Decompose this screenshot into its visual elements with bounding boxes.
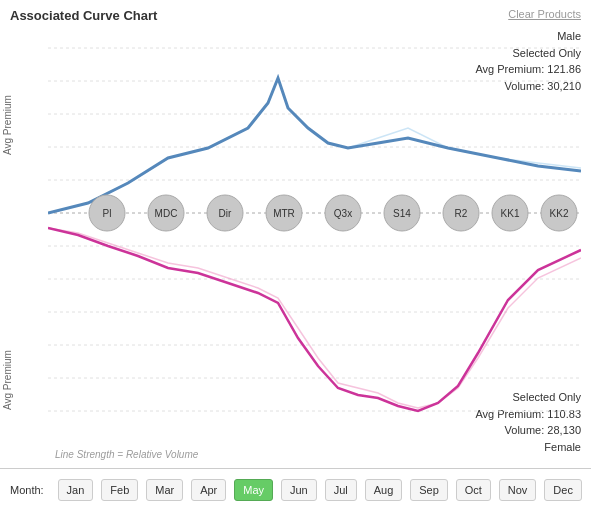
month-feb[interactable]: Feb: [101, 479, 138, 501]
svg-text:KK1: KK1: [501, 208, 520, 219]
month-sep[interactable]: Sep: [410, 479, 448, 501]
month-jan[interactable]: Jan: [58, 479, 94, 501]
month-apr[interactable]: Apr: [191, 479, 226, 501]
svg-text:R2: R2: [455, 208, 468, 219]
chart-title: Associated Curve Chart: [10, 8, 157, 23]
month-jul[interactable]: Jul: [325, 479, 357, 501]
y-axis-bottom-label: Avg Premium: [2, 310, 13, 410]
month-mar[interactable]: Mar: [146, 479, 183, 501]
line-strength-label: Line Strength = Relative Volume: [55, 449, 198, 460]
month-prefix: Month:: [0, 484, 49, 496]
main-chart-svg: 250 200 150 100 50 0 -50 -100 -150 -200 …: [48, 28, 581, 443]
month-buttons: Jan Feb Mar Apr May Jun Jul Aug Sep Oct …: [49, 479, 591, 501]
month-jun[interactable]: Jun: [281, 479, 317, 501]
svg-text:MDC: MDC: [155, 208, 178, 219]
svg-text:Pl: Pl: [103, 208, 112, 219]
svg-text:Dir: Dir: [219, 208, 232, 219]
chart-container: Associated Curve Chart Clear Products Ma…: [0, 0, 591, 510]
svg-text:S14: S14: [393, 208, 411, 219]
svg-text:MTR: MTR: [273, 208, 295, 219]
month-aug[interactable]: Aug: [365, 479, 403, 501]
month-bar: Month: Jan Feb Mar Apr May Jun Jul Aug S…: [0, 468, 591, 510]
month-nov[interactable]: Nov: [499, 479, 537, 501]
svg-text:KK2: KK2: [550, 208, 569, 219]
month-oct[interactable]: Oct: [456, 479, 491, 501]
month-may[interactable]: May: [234, 479, 273, 501]
svg-text:Q3x: Q3x: [334, 208, 352, 219]
clear-products-button[interactable]: Clear Products: [508, 8, 581, 20]
month-dec[interactable]: Dec: [544, 479, 582, 501]
y-axis-top-label: Avg Premium: [2, 55, 13, 155]
